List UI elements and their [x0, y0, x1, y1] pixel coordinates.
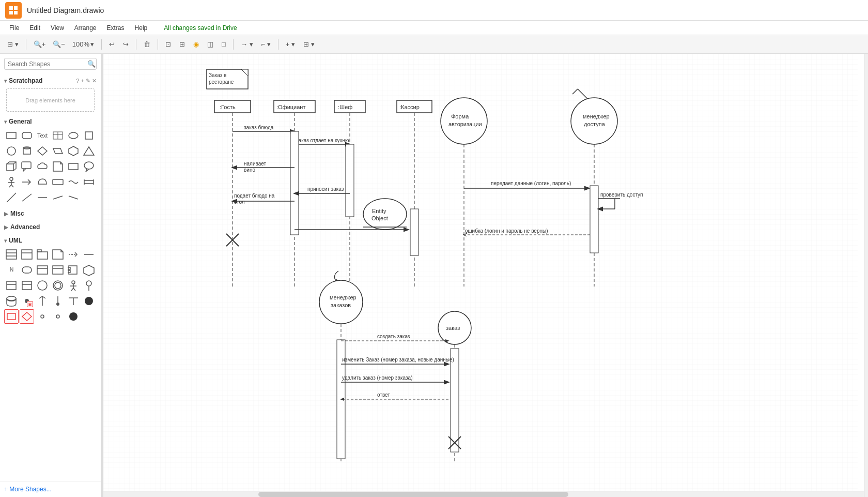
shape-rectangle[interactable]: [4, 128, 19, 143]
shape-parallelogram[interactable]: [51, 144, 65, 158]
insert-button[interactable]: + ▾: [283, 39, 298, 50]
shape-cylinder[interactable]: [20, 144, 34, 158]
shape-note[interactable]: [51, 159, 65, 174]
uml-dot[interactable]: ▣: [20, 294, 34, 308]
shape-text[interactable]: Text: [35, 128, 50, 143]
title-box[interactable]: Заказ в ресторане: [207, 69, 248, 89]
redo-button[interactable]: ↪: [120, 39, 132, 50]
uml-circle[interactable]: [35, 278, 50, 293]
uml-pin1[interactable]: [35, 294, 50, 308]
uml-diamond-rel[interactable]: [20, 309, 34, 324]
general-header[interactable]: ▾ General: [4, 116, 97, 127]
uml-package[interactable]: [35, 247, 50, 262]
shape-hexagon[interactable]: [66, 144, 81, 158]
shape-button[interactable]: □: [219, 39, 229, 50]
menu-extras[interactable]: Extras: [103, 23, 129, 33]
panel-resize-handle[interactable]: [101, 54, 103, 497]
scratchpad-drop-area[interactable]: Drag elements here: [6, 88, 95, 112]
shape-ellipse[interactable]: [66, 128, 81, 143]
search-input[interactable]: [8, 61, 85, 68]
uml-dot2[interactable]: [35, 309, 50, 324]
menu-help[interactable]: Help: [131, 23, 152, 33]
shape-diamond[interactable]: [35, 144, 50, 158]
shape-table[interactable]: [51, 128, 65, 143]
uml-filled-circle[interactable]: [82, 294, 96, 308]
uml-dot3[interactable]: [51, 309, 65, 324]
delete-button[interactable]: 🗑: [141, 39, 153, 50]
zoom-level-button[interactable]: 100% ▾: [69, 39, 97, 50]
svg-rect-40: [22, 250, 32, 259]
uml-filled-circle2[interactable]: [66, 309, 81, 324]
scrollbar-thumb[interactable]: [258, 492, 568, 497]
uml-lollipop[interactable]: [82, 278, 96, 293]
zoom-in-button[interactable]: 🔍+: [30, 39, 49, 50]
shape-circle[interactable]: [4, 144, 19, 158]
scratchpad-header[interactable]: ▾ Scratchpad ? + ✎ ✕: [4, 75, 97, 86]
advanced-header[interactable]: ▶ Advanced: [4, 221, 97, 233]
shape-triangle[interactable]: [82, 144, 96, 158]
uml-header[interactable]: ▾ UML: [4, 235, 97, 246]
menu-view[interactable]: View: [47, 23, 68, 33]
shape-speech-bubble[interactable]: [82, 159, 96, 174]
search-bar[interactable]: 🔍: [4, 58, 97, 70]
shape-line2[interactable]: [35, 190, 50, 205]
uml-component[interactable]: [66, 263, 81, 277]
uml-pin2[interactable]: [51, 294, 65, 308]
table-button[interactable]: ⊞ ▾: [300, 39, 318, 50]
uml-class[interactable]: [4, 247, 19, 262]
format-button-1[interactable]: ⊡: [162, 39, 174, 50]
format-button-2[interactable]: ⊞: [176, 39, 188, 50]
canvas-area[interactable]: Заказ в ресторане :Гость :Официант :Шеф: [101, 54, 864, 497]
menu-edit[interactable]: Edit: [25, 23, 44, 33]
shape-rect3[interactable]: [51, 175, 65, 189]
uml-actor[interactable]: [4, 278, 19, 293]
shape-arrow-right[interactable]: [20, 175, 34, 189]
shape-diagonal1[interactable]: [4, 190, 19, 205]
line-color-button[interactable]: ◫: [204, 39, 216, 50]
uml-actor2[interactable]: [20, 278, 34, 293]
uml-constraint[interactable]: [20, 263, 34, 277]
uml-actor3[interactable]: [66, 278, 81, 293]
menu-file[interactable]: File: [5, 23, 23, 33]
shape-half-circle[interactable]: [35, 175, 50, 189]
shape-rect2[interactable]: [66, 159, 81, 174]
uml-dependency[interactable]: [66, 247, 81, 262]
zoom-out-button[interactable]: 🔍−: [50, 39, 68, 50]
uml-dbconn[interactable]: [4, 294, 19, 308]
undo-button[interactable]: ↩: [106, 39, 118, 50]
shape-rounded-rect[interactable]: [20, 128, 34, 143]
uml-note[interactable]: [51, 247, 65, 262]
svg-rect-4: [7, 132, 16, 139]
uml-deploy[interactable]: [82, 263, 96, 277]
uml-state2[interactable]: [51, 263, 65, 277]
shape-square[interactable]: [82, 128, 96, 143]
uml-tee[interactable]: [66, 294, 81, 308]
uml-state1[interactable]: [35, 263, 50, 277]
more-shapes-link[interactable]: + More Shapes...: [4, 486, 52, 493]
diagram-canvas[interactable]: Заказ в ресторане :Гость :Официант :Шеф: [103, 54, 858, 497]
entity-object[interactable]: Entity Object: [363, 199, 407, 230]
horizontal-scrollbar[interactable]: [103, 491, 864, 497]
view-toggle-button[interactable]: ⊞ ▾: [4, 39, 22, 50]
svg-text:Заказ в: Заказ в: [209, 72, 226, 78]
misc-header[interactable]: ▶ Misc: [4, 208, 97, 219]
shape-callout[interactable]: [20, 159, 34, 174]
menu-arrange[interactable]: Arrange: [70, 23, 101, 33]
waypoint-button[interactable]: ⌐ ▾: [258, 39, 274, 50]
shape-line4[interactable]: [66, 190, 81, 205]
arrow-style-button[interactable]: → ▾: [238, 39, 256, 50]
shape-person[interactable]: [4, 175, 19, 189]
shape-3d-box[interactable]: [4, 159, 19, 174]
shape-cloud[interactable]: [35, 159, 50, 174]
uml-n[interactable]: N: [4, 263, 19, 277]
uml-extra[interactable]: [4, 309, 19, 324]
uml-association[interactable]: [82, 247, 96, 262]
scratchpad-toggle: ▾: [4, 78, 7, 84]
uml-interface[interactable]: [20, 247, 34, 262]
uml-circle2[interactable]: [51, 278, 65, 293]
shape-wave[interactable]: [66, 175, 81, 189]
shape-double-arrow[interactable]: [82, 175, 96, 189]
shape-line3[interactable]: [51, 190, 65, 205]
shape-line1[interactable]: [20, 190, 34, 205]
fill-color-button[interactable]: ◉: [190, 39, 202, 50]
